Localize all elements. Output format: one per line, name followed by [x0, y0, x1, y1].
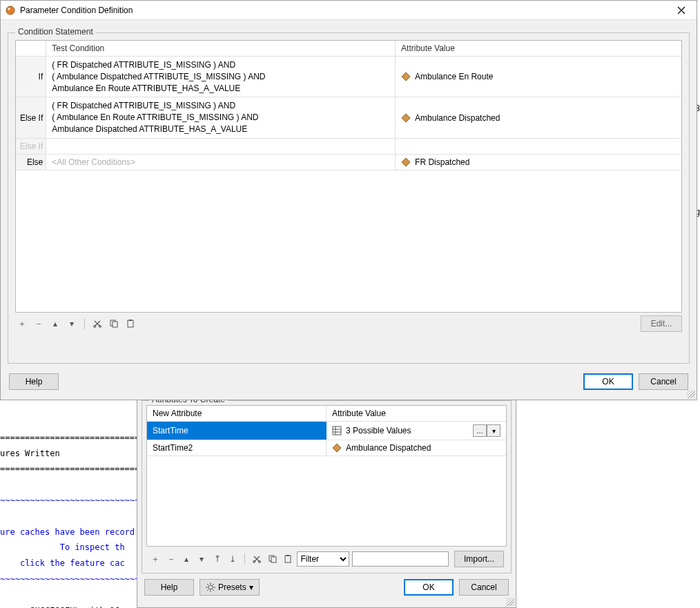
- paste-button[interactable]: [124, 317, 137, 331]
- cut-button[interactable]: [251, 552, 263, 566]
- condition-row[interactable]: If ( FR Dispatched ATTRIBUTE_IS_MISSING …: [16, 57, 681, 97]
- condition-toolbar: ＋ － ▴ ▾ Edit...: [15, 313, 682, 333]
- paste-button[interactable]: [282, 552, 294, 566]
- chevron-down-icon: ▾: [249, 582, 253, 592]
- attribute-row[interactable]: StartTime2 Ambulance Dispatched: [147, 440, 506, 456]
- move-down-button[interactable]: ▾: [195, 552, 208, 566]
- col-test-condition[interactable]: Test Condition: [46, 41, 396, 56]
- condition-table: Test Condition Attribute Value If ( FR D…: [15, 40, 682, 313]
- filter-select[interactable]: Filter: [297, 551, 349, 567]
- svg-rect-9: [285, 556, 291, 562]
- svg-point-11: [208, 585, 213, 589]
- attr-value-cell[interactable]: 3 Possible Values … ▾: [327, 422, 506, 440]
- col-new-attribute[interactable]: New Attribute: [147, 406, 327, 421]
- remove-button[interactable]: －: [164, 552, 177, 566]
- move-top-button[interactable]: ⤒: [211, 552, 224, 566]
- diamond-icon: [332, 443, 342, 453]
- copy-button[interactable]: [107, 317, 121, 331]
- toolbar-sep: [244, 553, 245, 565]
- keyword-cell: Else If: [16, 97, 46, 137]
- svg-marker-23: [402, 114, 410, 122]
- import-button[interactable]: Import...: [454, 551, 504, 567]
- value-cell[interactable]: [396, 139, 681, 154]
- value-cell[interactable]: Ambulance En Route: [396, 57, 681, 97]
- col-attribute-value[interactable]: Attribute Value: [396, 41, 681, 56]
- add-button[interactable]: ＋: [15, 317, 29, 331]
- diamond-icon: [401, 113, 411, 123]
- close-icon: [677, 6, 686, 14]
- move-up-button[interactable]: ▴: [180, 552, 193, 566]
- dialog-title: Parameter Condition Definition: [20, 6, 668, 15]
- filter-input[interactable]: [352, 551, 449, 567]
- test-cell[interactable]: ( FR Dispatched ATTRIBUTE_IS_MISSING ) A…: [46, 57, 396, 97]
- test-cell[interactable]: [46, 139, 396, 154]
- cancel-button[interactable]: Cancel: [639, 373, 688, 390]
- ok-button[interactable]: OK: [583, 373, 633, 390]
- svg-rect-0: [333, 426, 341, 435]
- grid-icon: [332, 426, 342, 435]
- diamond-icon: [401, 157, 411, 167]
- condition-group-label: Condition Statement: [15, 27, 96, 37]
- svg-rect-8: [271, 557, 276, 562]
- attr-value-cell[interactable]: Ambulance Dispatched: [327, 440, 506, 455]
- attributes-header: New Attribute Attribute Value: [147, 406, 506, 422]
- svg-line-16: [207, 584, 208, 585]
- svg-point-21: [8, 8, 10, 10]
- svg-marker-22: [402, 72, 410, 81]
- attr-name-cell[interactable]: StartTime: [147, 422, 327, 440]
- remove-button[interactable]: －: [32, 317, 46, 331]
- value-cell[interactable]: FR Dispatched: [396, 155, 681, 170]
- ok-button[interactable]: OK: [404, 579, 454, 596]
- condition-header: Test Condition Attribute Value: [16, 41, 681, 57]
- attribute-row[interactable]: StartTime 3 Possible Values … ▾: [147, 422, 506, 440]
- edit-button[interactable]: Edit...: [641, 315, 682, 332]
- attr-options-button[interactable]: …: [473, 424, 487, 437]
- toolbar-sep: [84, 318, 85, 329]
- condition-row[interactable]: Else If ( FR Dispatched ATTRIBUTE_IS_MIS…: [16, 97, 681, 138]
- attributes-toolbar: ＋ － ▴ ▾ ⤒ ⤓ Filter Import...: [146, 547, 507, 571]
- move-bottom-button[interactable]: ⤓: [226, 552, 239, 566]
- cut-button[interactable]: [90, 317, 104, 331]
- diamond-icon: [401, 72, 411, 81]
- svg-rect-28: [113, 322, 117, 327]
- move-down-button[interactable]: ▾: [65, 317, 79, 331]
- help-button[interactable]: Help: [9, 373, 59, 390]
- svg-marker-24: [402, 158, 410, 166]
- svg-rect-29: [128, 320, 133, 327]
- attr-value-text: Ambulance Dispatched: [346, 443, 431, 453]
- attr-name-cell[interactable]: StartTime2: [147, 440, 327, 455]
- svg-line-19: [207, 589, 208, 591]
- svg-rect-30: [129, 320, 132, 321]
- cancel-button[interactable]: Cancel: [459, 579, 509, 596]
- copy-button[interactable]: [266, 552, 279, 566]
- value-cell[interactable]: Ambulance Dispatched: [396, 97, 681, 137]
- gear-icon: [206, 582, 215, 592]
- attr-dropdown-button[interactable]: ▾: [487, 424, 500, 437]
- svg-line-18: [213, 584, 214, 585]
- col-attribute-value[interactable]: Attribute Value: [327, 406, 506, 421]
- svg-rect-10: [286, 555, 289, 556]
- presets-button[interactable]: Presets ▾: [200, 579, 260, 596]
- add-button[interactable]: ＋: [149, 552, 162, 566]
- attributes-dialog: Attributes To Create New Attribute Attri…: [137, 399, 516, 608]
- app-icon: [5, 5, 16, 16]
- condition-row[interactable]: Else <All Other Conditions> FR Dispatche…: [16, 155, 681, 170]
- resize-grip[interactable]: [687, 390, 695, 398]
- keyword-cell: Else: [16, 155, 46, 170]
- close-button[interactable]: [668, 1, 695, 19]
- titlebar: Parameter Condition Definition: [1, 1, 697, 20]
- help-button[interactable]: Help: [144, 579, 194, 596]
- keyword-cell: Else If: [16, 139, 46, 154]
- condition-row[interactable]: Else If: [16, 139, 681, 155]
- svg-marker-4: [333, 444, 341, 452]
- attributes-table: New Attribute Attribute Value StartTime …: [146, 405, 507, 547]
- svg-line-17: [213, 589, 214, 591]
- test-cell[interactable]: ( FR Dispatched ATTRIBUTE_IS_MISSING ) A…: [46, 97, 396, 137]
- test-cell[interactable]: <All Other Conditions>: [46, 155, 396, 170]
- svg-point-20: [6, 6, 14, 14]
- move-up-button[interactable]: ▴: [48, 317, 62, 331]
- attr-value-text: 3 Possible Values: [346, 426, 411, 435]
- keyword-cell: If: [16, 57, 46, 97]
- resize-grip[interactable]: [506, 598, 514, 606]
- parameter-condition-dialog: Parameter Condition Definition Condition…: [0, 0, 697, 400]
